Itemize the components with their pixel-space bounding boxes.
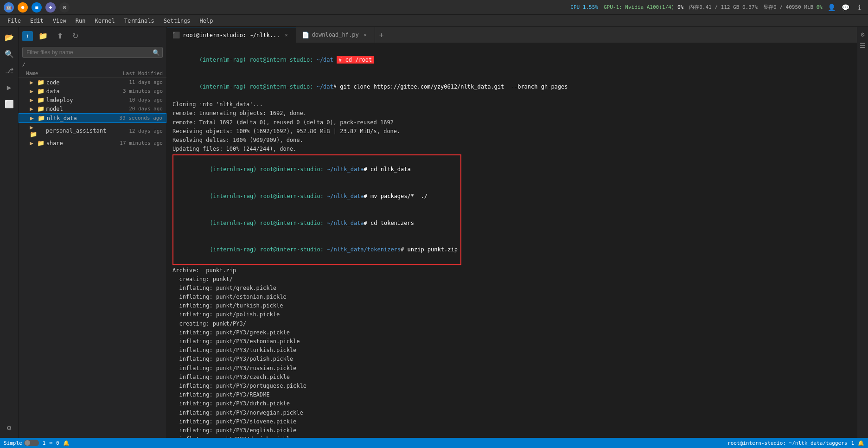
activity-search[interactable]: 🔍 [3, 47, 16, 60]
search-icon: 🔍 [153, 49, 160, 56]
editor-area: ⬛ root@intern-studio: ~/nltk... ✕ 📄 down… [167, 27, 857, 438]
top-icons: 👤 💬 ℹ [826, 2, 864, 13]
tree-item-data[interactable]: ▶ 📁 data 3 minutes ago [19, 87, 166, 96]
tab-icon-terminal: ⬛ [172, 32, 180, 38]
item-modified-share: 17 minutes ago [107, 140, 163, 146]
activity-bar: 📂 🔍 ⎇ ▶ ⬜ ⚙ [0, 27, 19, 438]
item-name-share: share [46, 140, 105, 147]
term-line-15: inflating: punkt/greek.pickle [172, 284, 851, 293]
tree-root-label[interactable]: / [19, 60, 166, 70]
term-line-21: inflating: punkt/PY3/estonian.pickle [172, 337, 851, 346]
tab-close-terminal[interactable]: ✕ [283, 32, 290, 39]
statusbar-number: 1 [43, 440, 46, 446]
col-modified-header: Last Modified [107, 70, 163, 77]
tree-item-code[interactable]: ▶ 📁 code 11 days ago [19, 78, 166, 87]
activity-settings[interactable]: ⚙ [3, 421, 16, 434]
logo-orange[interactable]: ● [18, 2, 28, 13]
profile-icon[interactable]: 👤 [826, 2, 836, 13]
term-line-29: inflating: punkt/PY3/norwegian.pickle [172, 409, 851, 417]
refresh-button[interactable]: ↻ [69, 30, 82, 42]
term-line-24: inflating: punkt/PY3/russian.pickle [172, 364, 851, 373]
menu-run[interactable]: Run [72, 17, 89, 25]
menu-settings[interactable]: Settings [160, 17, 194, 25]
simple-toggle[interactable] [24, 440, 39, 446]
logo-robot[interactable]: 🤖 [4, 2, 14, 13]
menu-file[interactable]: File [4, 17, 25, 25]
term-line-8: Updating files: 100% (244/244), done. [172, 145, 851, 154]
command-box: (internlm-rag) root@intern-studio: ~/nlt… [172, 154, 461, 265]
folder-icon-data: ▶ 📁 [30, 88, 45, 95]
folder-icon-nltk-data: ▶ 📁 [30, 115, 45, 122]
topbar: 🤖 ● ◼ ◆ ◎ CPU 1.55% GPU-1: Nvidia A100(1… [0, 0, 868, 15]
menubar: File Edit View Run Kernel Terminals Sett… [0, 15, 868, 27]
info-icon[interactable]: ℹ [854, 2, 864, 13]
term-line-18: inflating: punkt/polish.pickle [172, 310, 851, 319]
system-info: CPU 1.55% GPU-1: Nvidia A100(1/4) 0% 内存0… [570, 4, 823, 11]
tab-bar: ⬛ root@intern-studio: ~/nltk... ✕ 📄 down… [167, 27, 857, 43]
statusbar-keyboard-icon: ⌨ [49, 440, 52, 446]
term-line-13: Archive: punkt.zip [172, 266, 851, 275]
activity-git[interactable]: ⎇ [3, 64, 16, 77]
upload-button[interactable]: ⬆ [53, 30, 67, 42]
mem-info: 内存0.41 / 112 GB 0.37% [689, 4, 758, 11]
logo-dark[interactable]: ◎ [59, 2, 70, 13]
right-settings-icon[interactable]: ⚙ [861, 31, 864, 38]
toggle-thumb [25, 440, 30, 446]
search-input[interactable] [22, 47, 163, 58]
tree-item-share[interactable]: ▶ 📁 share 17 minutes ago [19, 139, 166, 147]
term-line-25: inflating: punkt/PY3/czech.pickle [172, 373, 851, 382]
menu-terminals[interactable]: Terminals [121, 17, 158, 25]
new-button[interactable]: + [22, 31, 33, 41]
plus-icon: + [26, 33, 29, 39]
term-line-16: inflating: punkt/estonian.pickle [172, 293, 851, 301]
menu-kernel[interactable]: Kernel [91, 17, 118, 25]
main-layout: 📂 🔍 ⎇ ▶ ⬜ ⚙ + 📁 ⬆ ↻ 🔍 / Name Last Modifi… [0, 27, 868, 438]
cpu-info: CPU 1.55% [570, 4, 598, 10]
tree-item-lmdeploy[interactable]: ▶ 📁 lmdeploy 10 days ago [19, 96, 166, 104]
item-name-model: model [46, 106, 105, 112]
term-line-1: (internlm-rag) root@intern-studio: ~/dat… [172, 47, 851, 74]
new-folder-button[interactable]: 📁 [35, 30, 51, 42]
logo-blue[interactable]: ◼ [32, 2, 42, 13]
column-headers: Name Last Modified [19, 70, 166, 78]
search-box: 🔍 [22, 47, 163, 58]
logo-purple[interactable]: ◆ [45, 2, 56, 13]
term-line-20: inflating: punkt/PY3/greek.pickle [172, 328, 851, 337]
tab-add-button[interactable]: + [375, 27, 388, 43]
item-name-personal-assistant: personal_assistant [46, 128, 106, 134]
tree-item-model[interactable]: ▶ 📁 model 20 days ago [19, 104, 166, 113]
term-line-11: (internlm-rag) root@intern-studio: ~/nlt… [176, 210, 458, 237]
gpu-info: GPU-1: Nvidia A100(1/4) 0% [604, 4, 683, 10]
menu-view[interactable]: View [49, 17, 70, 25]
simple-toggle-wrap: Simple [4, 440, 39, 446]
right-panel: ⚙ ☰ [857, 27, 868, 438]
tree-item-nltk-data[interactable]: ▶ 📁 nltk_data 39 seconds ago [19, 113, 166, 123]
menu-help[interactable]: Help [196, 17, 217, 25]
activity-run[interactable]: ▶ [3, 81, 16, 94]
tree-item-personal-assistant[interactable]: ▶ 📁 personal_assistant 12 days ago [19, 123, 166, 139]
tab-close-download-hf[interactable]: ✕ [362, 31, 369, 38]
term-line-9: (internlm-rag) root@intern-studio: ~/nlt… [176, 156, 458, 183]
term-line-26: inflating: punkt/PY3/portuguese.pickle [172, 382, 851, 390]
chat-icon[interactable]: 💬 [840, 2, 850, 13]
term-line-31: inflating: punkt/PY3/english.pickle [172, 426, 851, 435]
item-name-code: code [46, 79, 105, 86]
term-line-2: (internlm-rag) root@intern-studio: ~/dat… [172, 74, 851, 101]
activity-extensions[interactable]: ⬜ [3, 97, 16, 110]
menu-edit[interactable]: Edit [26, 17, 47, 25]
term-line-22: inflating: punkt/PY3/turkish.pickle [172, 346, 851, 355]
statusbar-alert-icon: 🔔 [858, 440, 864, 446]
term-line-19: creating: punkt/PY3/ [172, 320, 851, 328]
item-name-lmdeploy: lmdeploy [46, 97, 105, 103]
right-config-icon[interactable]: ☰ [860, 42, 866, 49]
folder-icon-lmdeploy: ▶ 📁 [30, 96, 45, 103]
simple-label: Simple [4, 440, 22, 446]
term-line-32: inflating: punkt/PY3/danish.pickle [172, 435, 851, 438]
terminal-content[interactable]: (internlm-rag) root@intern-studio: ~/dat… [167, 43, 857, 438]
item-modified-lmdeploy: 10 days ago [107, 97, 163, 103]
term-line-10: (internlm-rag) root@intern-studio: ~/nlt… [176, 183, 458, 210]
tab-download-hf[interactable]: 📄 download_hf.py ✕ [296, 27, 375, 43]
activity-explorer[interactable]: 📂 [3, 31, 16, 44]
tab-terminal[interactable]: ⬛ root@intern-studio: ~/nltk... ✕ [167, 27, 296, 43]
term-line-5: remote: Total 1692 (delta 0), reused 0 (… [172, 118, 851, 127]
